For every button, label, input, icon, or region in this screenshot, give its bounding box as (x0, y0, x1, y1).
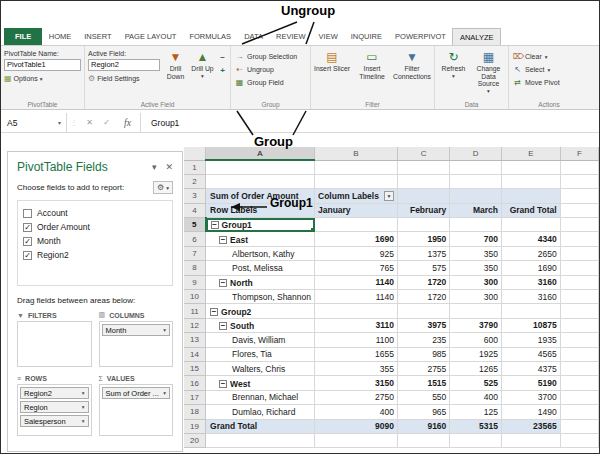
cell-d18[interactable]: 125 (450, 405, 502, 419)
row-header-20[interactable]: 20 (184, 433, 206, 447)
row-header-6[interactable]: 6 (184, 232, 206, 246)
cell-d14[interactable]: 1925 (450, 347, 502, 361)
cell-c14[interactable]: 985 (397, 347, 449, 361)
cell-f9[interactable] (560, 275, 598, 289)
cell-c8[interactable]: 575 (397, 261, 449, 275)
cell-e6[interactable]: 4340 (502, 232, 561, 246)
clear-button[interactable]: ⌦Clear▾ (510, 50, 588, 63)
cell-a15[interactable]: Walters, Chris (206, 361, 315, 375)
fx-icon[interactable]: fx (115, 113, 141, 132)
cell-a2[interactable] (206, 174, 315, 188)
row-header-19[interactable]: 19 (184, 419, 206, 433)
cell-d10[interactable]: 300 (450, 290, 502, 304)
checkbox-account[interactable] (23, 209, 32, 218)
cell-a6[interactable]: −East (206, 232, 315, 246)
select-button[interactable]: ↖Select▾ (510, 63, 588, 76)
cell-d7[interactable]: 350 (450, 246, 502, 260)
cell-b8[interactable]: 765 (315, 261, 398, 275)
cell-b9[interactable]: 1140 (315, 275, 398, 289)
cell-b11[interactable] (315, 304, 398, 318)
cell-d6[interactable]: 700 (450, 232, 502, 246)
tab-insert[interactable]: INSERT (78, 28, 118, 45)
cell-e4[interactable]: Grand Total (502, 203, 561, 217)
cell-c2[interactable] (397, 174, 449, 188)
cell-e17[interactable]: 3700 (502, 390, 561, 404)
cell-f1[interactable] (560, 160, 598, 174)
cell-f13[interactable] (560, 333, 598, 347)
cell-b4[interactable]: January (315, 203, 398, 217)
cell-f11[interactable] (560, 304, 598, 318)
group-field-button[interactable]: ▦Group Field (232, 76, 309, 89)
values-area-body[interactable]: Sum of Order ...▾ (99, 384, 174, 436)
rows-area-body[interactable]: Region2▾Region▾Salesperson▾ (17, 384, 92, 436)
cell-f15[interactable] (560, 361, 598, 375)
tab-file[interactable]: FILE (4, 28, 42, 45)
row-header-7[interactable]: 7 (184, 246, 206, 260)
area-item-month[interactable]: Month▾ (102, 324, 171, 336)
fields-options-button[interactable]: ⚙ ▾ (153, 181, 173, 194)
row-header-16[interactable]: 16 (184, 376, 206, 390)
area-item-salesperson[interactable]: Salesperson▾ (20, 415, 89, 427)
cell-d1[interactable] (450, 160, 502, 174)
cell-b17[interactable]: 2750 (315, 390, 398, 404)
cell-b19[interactable]: 9090 (315, 419, 398, 433)
column-header-b[interactable]: B (315, 147, 398, 160)
filter-connections-button[interactable]: ▼Filter Connections (392, 48, 432, 99)
cell-b15[interactable]: 355 (315, 361, 398, 375)
cancel-icon[interactable]: ✕ (81, 113, 98, 132)
cell-e1[interactable] (502, 160, 561, 174)
cell-c17[interactable]: 550 (397, 390, 449, 404)
cell-c16[interactable]: 1515 (397, 376, 449, 390)
cell-a9[interactable]: −North (206, 275, 315, 289)
cell-f14[interactable] (560, 347, 598, 361)
cell-b7[interactable]: 925 (315, 246, 398, 260)
checkbox-region2[interactable]: ✓ (23, 251, 32, 260)
cell-e15[interactable]: 4375 (502, 361, 561, 375)
select-all-button[interactable] (184, 147, 206, 160)
cell-f5[interactable] (560, 218, 598, 232)
cell-c12[interactable]: 3975 (397, 318, 449, 332)
expand-field-icon[interactable]: + (216, 66, 229, 75)
cell-d15[interactable]: 1265 (450, 361, 502, 375)
cell-b14[interactable]: 1655 (315, 347, 398, 361)
cell-f8[interactable] (560, 261, 598, 275)
drill-up-button[interactable]: ▲ Drill Up ▾ (189, 48, 216, 99)
cell-a16[interactable]: −West (206, 376, 315, 390)
cell-c5[interactable] (397, 218, 449, 232)
cell-d5[interactable] (450, 218, 502, 232)
cell-f10[interactable] (560, 290, 598, 304)
cell-d4[interactable]: March (450, 203, 502, 217)
cell-f18[interactable] (560, 405, 598, 419)
cell-c9[interactable]: 1720 (397, 275, 449, 289)
filters-area-body[interactable] (17, 321, 92, 367)
area-item-sum-of-order[interactable]: Sum of Order ...▾ (102, 387, 171, 399)
enter-icon[interactable]: ✓ (98, 113, 115, 132)
move-pivot-button[interactable]: ⇄Move Pivot (510, 76, 588, 89)
cell-e18[interactable]: 1490 (502, 405, 561, 419)
change-data-source-button[interactable]: ▦Change Data Source▾ (471, 48, 506, 99)
cell-d3[interactable] (450, 189, 502, 203)
cell-f2[interactable] (560, 174, 598, 188)
field-item-region2[interactable]: ✓Region2 (21, 248, 169, 262)
cell-a7[interactable]: Albertson, Kathy (206, 246, 315, 260)
name-box[interactable]: A5 (1, 113, 53, 132)
tab-data[interactable]: DATA (238, 28, 270, 45)
cell-c7[interactable]: 1375 (397, 246, 449, 260)
cell-b18[interactable]: 400 (315, 405, 398, 419)
ungroup-button[interactable]: ⇠Ungroup (232, 63, 309, 76)
row-header-17[interactable]: 17 (184, 390, 206, 404)
cell-f16[interactable] (560, 376, 598, 390)
drill-down-button[interactable]: ▼ Drill Down (162, 48, 189, 99)
cell-e3[interactable] (502, 189, 561, 203)
cell-f19[interactable] (560, 419, 598, 433)
cell-c18[interactable]: 965 (397, 405, 449, 419)
row-header-11[interactable]: 11 (184, 304, 206, 318)
cell-e9[interactable]: 3160 (502, 275, 561, 289)
cell-b13[interactable]: 1100 (315, 333, 398, 347)
checkbox-order-amount[interactable]: ✓ (23, 223, 32, 232)
field-item-month[interactable]: ✓Month (21, 234, 169, 248)
area-item-region2[interactable]: Region2▾ (20, 387, 89, 399)
cell-b16[interactable]: 3150 (315, 376, 398, 390)
cell-e8[interactable]: 1690 (502, 261, 561, 275)
formula-content[interactable]: Group1 (141, 113, 599, 132)
